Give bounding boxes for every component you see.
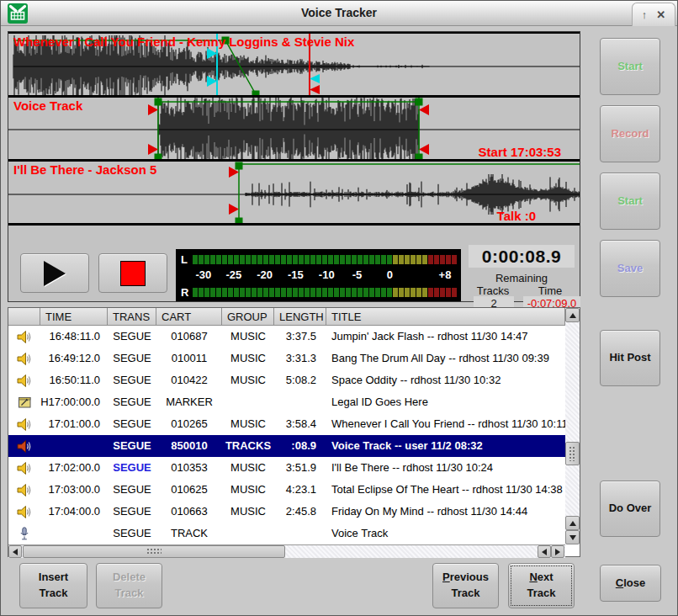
column-header-title[interactable]: TITLE [326, 308, 565, 326]
title-bar[interactable]: Voice Tracker ↑ ✕ [1, 1, 677, 26]
vertical-scrollbar[interactable] [565, 308, 580, 544]
cell-title: Voice Track [326, 523, 565, 544]
cell-group: MUSIC [222, 348, 274, 369]
scroll-down-button[interactable] [565, 530, 580, 544]
horizontal-scrollbar[interactable] [8, 544, 565, 558]
cell-cart: 010422 [156, 369, 222, 391]
log-row[interactable]: 17:03:00.0SEGUE010625MUSIC4:23.1Total Ec… [8, 479, 565, 501]
stop-button[interactable] [98, 253, 167, 293]
cell-cart: 010011 [156, 348, 222, 369]
track-outgoing-event[interactable]: Whenever I Call You Friend - Kenny Loggi… [8, 34, 580, 98]
meter-scale-label: -25 [225, 269, 241, 280]
window-title: Voice Tracker [1, 6, 677, 19]
meter-scale-label: -10 [319, 269, 335, 280]
save-button[interactable]: Save [600, 240, 660, 297]
column-header[interactable] [8, 308, 40, 326]
cell-group: MUSIC [222, 369, 274, 391]
maximize-icon[interactable]: ↑ [642, 9, 648, 20]
track-incoming-event[interactable]: I'll Be There - Jackson 5 Talk :0 [8, 162, 580, 226]
cell-trans: SEGUE [108, 391, 156, 413]
cell-time: 17:03:00.0 [40, 479, 108, 501]
cell-cart: 010265 [156, 413, 222, 435]
column-header-time[interactable]: TIME [40, 308, 108, 326]
cell-cart: 010687 [156, 326, 222, 348]
close-button[interactable]: Close [600, 565, 661, 602]
do-over-button[interactable]: Do Over [600, 481, 660, 537]
log-row[interactable]: 17:01:00.0SEGUE010265MUSIC3:58.4Whenever… [8, 413, 565, 435]
scroll-left-button-2[interactable] [538, 545, 551, 558]
track-voice-track[interactable]: Voice Track Start 17:03:53 [8, 98, 580, 162]
log-table-body: 16:48:11.0SEGUE010687MUSIC3:37.5Jumpin' … [8, 326, 565, 544]
log-row[interactable]: SEGUETRACKVoice Track [8, 523, 565, 544]
voice-start-marker[interactable] [148, 98, 419, 162]
scroll-up-button-2[interactable] [565, 516, 580, 530]
cell-trans: SEGUE [108, 413, 156, 435]
log-row[interactable]: H17:00:00.0SEGUEMARKERLegal ID Goes Here [8, 391, 565, 413]
remaining-time-label: Time [526, 284, 575, 297]
meter-scale-label: -20 [257, 269, 273, 280]
elapsed-time-display: 0:00:08.9 [469, 245, 575, 268]
cell-title: Space Oddity -- rdhost 11/30 10:32 [326, 369, 565, 391]
vertical-scrollbar-thumb[interactable] [565, 442, 580, 465]
audio-level-meter: L -30-25-20-15-10-50+8 R [176, 249, 461, 301]
remaining-label: Remaining [469, 272, 575, 284]
log-row[interactable]: 16:49:12.0SEGUE010011MUSIC3:31.3Bang The… [8, 348, 565, 369]
cell-trans: SEGUE [108, 457, 156, 479]
record-button[interactable]: Record [600, 105, 660, 162]
cell-trans: SEGUE [108, 523, 156, 544]
track-title: Voice Track [13, 98, 82, 113]
next-track-button[interactable]: NextTrack [508, 563, 575, 608]
insert-track-button[interactable]: InsertTrack [19, 563, 87, 608]
stop-icon [120, 261, 146, 286]
cell-trans: SEGUE [108, 435, 156, 457]
cell-group [222, 391, 274, 413]
log-table-header[interactable]: TIMETRANSCARTGROUPLENGTHTITLE [8, 308, 565, 326]
cell-group: MUSIC [222, 479, 274, 501]
delete-track-button[interactable]: DeleteTrack [96, 563, 162, 608]
cell-cart: MARKER [156, 391, 222, 413]
meter-left-segments [193, 255, 457, 264]
cell-title: Legal ID Goes Here [326, 391, 565, 413]
cell-trans: SEGUE [108, 348, 156, 369]
log-row[interactable]: 17:02:00.0SEGUE010353MUSIC3:51.9I'll Be … [8, 457, 565, 479]
close-icon[interactable]: ✕ [656, 9, 665, 20]
column-header-group[interactable]: GROUP [222, 308, 274, 326]
scroll-left-button[interactable] [8, 545, 22, 558]
column-header-trans[interactable]: TRANS [108, 308, 156, 326]
start-next-button[interactable]: Start [600, 173, 660, 230]
track-title: Whenever I Call You Friend - Kenny Loggi… [13, 35, 354, 49]
log-row[interactable]: 16:48:11.0SEGUE010687MUSIC3:37.5Jumpin' … [8, 326, 565, 348]
cell-title: Friday On My Mind -- rdhost 11/30 14:44 [326, 501, 565, 523]
cell-trans: SEGUE [108, 369, 156, 391]
cell-time: 17:01:00.0 [40, 413, 108, 435]
voice-end-marker[interactable] [416, 98, 430, 162]
cell-length: 3:31.3 [274, 348, 326, 369]
speaker-icon [8, 501, 40, 523]
cell-length [274, 391, 326, 413]
titlebar-controls: ↑ ✕ [632, 3, 675, 26]
meter-scale-label: -30 [196, 269, 212, 280]
column-header-cart[interactable]: CART [156, 308, 222, 326]
log-row[interactable]: 16:50:11.0SEGUE010422MUSIC5:08.2Space Od… [8, 369, 565, 391]
start-segue-button[interactable]: Start [600, 38, 660, 95]
speaker-icon [8, 457, 40, 479]
meter-scale: -30-25-20-15-10-50+8 [194, 269, 457, 282]
cell-group: MUSIC [222, 457, 274, 479]
previous-track-button[interactable]: PreviousTrack [432, 563, 499, 608]
play-button[interactable] [20, 253, 89, 293]
hit-post-button[interactable]: Hit Post [600, 330, 660, 386]
cell-group: MUSIC [222, 413, 274, 435]
transport-controls: L -30-25-20-15-10-50+8 R 0:00:08.9 Remai… [8, 242, 580, 301]
cell-title: Jumpin' Jack Flash -- rdhost 11/30 14:47 [326, 326, 565, 348]
column-header-length[interactable]: LENGTH [274, 308, 326, 326]
horizontal-scrollbar-thumb[interactable] [23, 545, 285, 558]
cell-trans: SEGUE [108, 479, 156, 501]
scroll-right-button[interactable] [551, 545, 564, 558]
log-row[interactable]: SEGUE850010TRACKS:08.9Voice Track -- use… [8, 435, 565, 457]
log-row[interactable]: 17:04:00.0SEGUE010663MUSIC2:45.8Friday O… [8, 501, 565, 523]
scroll-up-button[interactable] [565, 308, 580, 322]
cell-length: 5:08.2 [274, 369, 326, 391]
cell-title: Voice Track -- user 11/2 08:32 [326, 435, 565, 457]
speaker-red-icon [8, 435, 40, 457]
cell-length: 2:45.8 [274, 501, 326, 523]
